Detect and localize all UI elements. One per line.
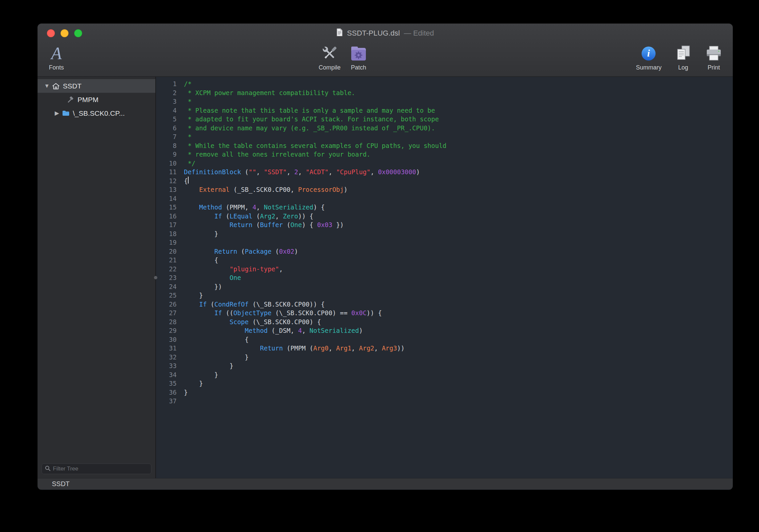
code-token: (\_SB.SCK0.CP00)) { bbox=[249, 300, 325, 309]
filter-tree-input[interactable] bbox=[53, 466, 148, 472]
code-line[interactable]: 24 }) bbox=[156, 282, 733, 291]
navigator-tree: ▼ SSDT bbox=[38, 77, 155, 464]
code-token: 0x03 bbox=[317, 220, 332, 229]
code-line[interactable]: 19 bbox=[156, 238, 733, 247]
code-line[interactable]: 1/* bbox=[156, 79, 733, 88]
disclosure-right-icon[interactable]: ▶ bbox=[53, 110, 61, 117]
summary-button[interactable]: i Summary bbox=[636, 43, 662, 71]
titlebar[interactable]: SSDT-PLUG.dsl — Edited bbox=[38, 24, 733, 43]
code-line[interactable]: 11DefinitionBlock ("", "SSDT", 2, "ACDT"… bbox=[156, 168, 733, 177]
patch-button[interactable]: Patch bbox=[349, 43, 368, 71]
code-line[interactable]: 12{ bbox=[156, 177, 733, 186]
code-token: , bbox=[287, 168, 294, 177]
code-line[interactable]: 20 Return (Package (0x02) bbox=[156, 247, 733, 256]
code-line[interactable]: 2 * XCPM power management compatibility … bbox=[156, 88, 733, 97]
minimize-button[interactable] bbox=[61, 29, 69, 37]
fonts-label: Fonts bbox=[49, 64, 64, 71]
code-line[interactable]: 4 * Please note that this table is only … bbox=[156, 106, 733, 115]
code-line[interactable]: 34 } bbox=[156, 370, 733, 379]
sidebar-item-ssdt[interactable]: ▼ SSDT bbox=[38, 79, 155, 93]
code-token: Method bbox=[245, 326, 268, 335]
print-label: Print bbox=[707, 64, 720, 71]
maciasl-window: SSDT-PLUG.dsl — Edited A Fonts bbox=[38, 24, 733, 490]
code-token: , bbox=[351, 344, 359, 353]
sidebar: ▼ SSDT bbox=[38, 77, 155, 478]
close-button[interactable] bbox=[47, 29, 55, 37]
disclosure-down-icon[interactable]: ▼ bbox=[43, 83, 51, 89]
status-bar: SSDT bbox=[38, 478, 733, 489]
sidebar-item-pmpm[interactable]: PMPM bbox=[38, 93, 155, 106]
code-line[interactable]: 37 bbox=[156, 397, 733, 406]
window-title-group: SSDT-PLUG.dsl — Edited bbox=[336, 28, 434, 39]
toolbar: A Fonts bbox=[38, 43, 733, 76]
code-line[interactable]: 6 * and device name may vary (e.g. _SB_.… bbox=[156, 124, 733, 133]
code-token: (_DSM, bbox=[268, 326, 298, 335]
code-line[interactable]: 9 * remove all the ones irrelevant for y… bbox=[156, 150, 733, 159]
line-number: 13 bbox=[156, 185, 184, 194]
compile-label: Compile bbox=[319, 64, 341, 71]
code-line[interactable]: 5 * adapted to fit your board's ACPI sta… bbox=[156, 115, 733, 124]
code-line[interactable]: 30 { bbox=[156, 335, 733, 344]
code-token: } bbox=[184, 229, 218, 238]
code-token: * bbox=[184, 132, 192, 141]
log-button[interactable]: Log bbox=[674, 43, 692, 71]
code-line[interactable]: 32 } bbox=[156, 353, 733, 362]
code-line[interactable]: 16 If (LEqual (Arg2, Zero)) { bbox=[156, 212, 733, 221]
filter-tree-field[interactable] bbox=[42, 464, 151, 474]
line-number: 26 bbox=[156, 300, 184, 309]
zoom-button[interactable] bbox=[74, 29, 82, 37]
fonts-button[interactable]: A Fonts bbox=[49, 43, 64, 71]
code-line[interactable]: 22 "plugin-type", bbox=[156, 265, 733, 274]
code-token: } bbox=[184, 361, 233, 370]
code-token: )) { bbox=[298, 212, 313, 221]
code-line[interactable]: 29 Method (_DSM, 4, NotSerialized) bbox=[156, 326, 733, 335]
code-line[interactable]: 26 If (CondRefOf (\_SB.SCK0.CP00)) { bbox=[156, 300, 733, 309]
code-token: ( bbox=[252, 212, 260, 221]
code-line[interactable]: 15 Method (PMPM, 4, NotSerialized) { bbox=[156, 203, 733, 212]
code-line[interactable]: 14 bbox=[156, 194, 733, 203]
code-token: LEqual bbox=[229, 212, 252, 221]
status-path: SSDT bbox=[52, 480, 70, 488]
code-line[interactable]: 31 Return (PMPM (Arg0, Arg1, Arg2, Arg3)… bbox=[156, 344, 733, 353]
print-button[interactable]: Print bbox=[705, 43, 723, 71]
code-line[interactable]: 21 { bbox=[156, 256, 733, 265]
code-line[interactable]: 13 External (_SB_.SCK0.CP00, ProcessorOb… bbox=[156, 185, 733, 194]
code-editor[interactable]: 1/*2 * XCPM power management compatibili… bbox=[156, 77, 733, 478]
code-token: * adapted to fit your board's ACPI stack… bbox=[184, 115, 439, 124]
code-line[interactable]: 8 * While the table contains several exa… bbox=[156, 141, 733, 150]
code-lines: 1/*2 * XCPM power management compatibili… bbox=[156, 79, 733, 406]
code-line[interactable]: 18 } bbox=[156, 229, 733, 238]
patch-folder-gear-icon bbox=[349, 43, 368, 64]
line-number: 17 bbox=[156, 220, 184, 229]
line-number: 22 bbox=[156, 265, 184, 274]
code-line[interactable]: 33 } bbox=[156, 361, 733, 370]
code-token: } bbox=[184, 353, 248, 362]
code-token: (PMPM, bbox=[222, 203, 252, 212]
sidebar-splitter[interactable] bbox=[155, 77, 156, 478]
code-line[interactable]: 35 } bbox=[156, 379, 733, 388]
line-number: 34 bbox=[156, 370, 184, 379]
code-line[interactable]: 27 If ((ObjectType (\_SB.SCK0.CP00) == 0… bbox=[156, 309, 733, 318]
code-token: * XCPM power management compatibility ta… bbox=[184, 88, 355, 97]
code-token: , bbox=[329, 344, 336, 353]
line-number: 2 bbox=[156, 88, 184, 97]
code-token: "" bbox=[248, 168, 256, 177]
code-line[interactable]: 7 * bbox=[156, 132, 733, 141]
code-line[interactable]: 36} bbox=[156, 388, 733, 397]
code-token: { bbox=[184, 256, 218, 265]
code-line[interactable]: 23 One bbox=[156, 273, 733, 282]
line-number: 10 bbox=[156, 159, 184, 168]
code-line[interactable]: 10 */ bbox=[156, 159, 733, 168]
window-title-edited: — Edited bbox=[404, 29, 434, 38]
code-line[interactable]: 17 Return (Buffer (One) { 0x03 }) bbox=[156, 220, 733, 229]
code-line[interactable]: 28 Scope (\_SB.SCK0.CP00) { bbox=[156, 318, 733, 327]
compile-button[interactable]: Compile bbox=[319, 43, 341, 71]
fonts-icon: A bbox=[51, 45, 62, 62]
sidebar-item-sb-sck0[interactable]: ▶ \_SB.SCK0.CP... bbox=[38, 106, 155, 120]
code-line[interactable]: 3 * bbox=[156, 97, 733, 106]
code-token: External bbox=[199, 185, 230, 194]
code-line[interactable]: 25 } bbox=[156, 291, 733, 300]
code-token: If bbox=[215, 212, 222, 221]
code-token: 0x02 bbox=[279, 247, 294, 256]
code-token: CondRefOf bbox=[215, 300, 249, 309]
